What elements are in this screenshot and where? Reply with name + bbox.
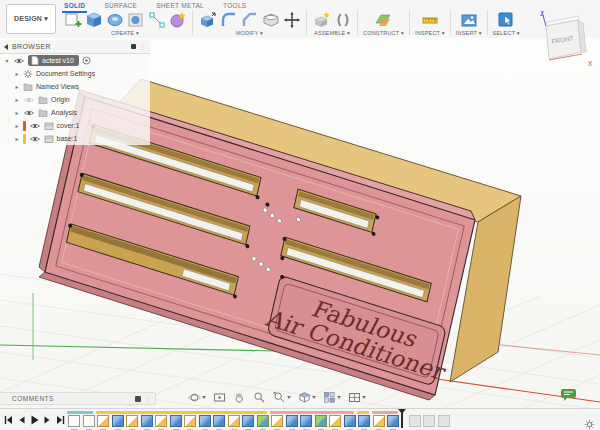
eye-icon[interactable] (23, 109, 35, 117)
create-group-label[interactable]: CREATE ▾ (111, 30, 139, 36)
press-pull-icon (199, 11, 217, 29)
form-button[interactable] (105, 10, 124, 29)
caret-right-icon[interactable]: ▸ (14, 70, 20, 77)
browser-row-named-views[interactable]: ▸ Named Views (0, 80, 150, 93)
chamfer-button[interactable] (240, 10, 259, 29)
press-pull-button[interactable] (198, 10, 217, 29)
timeline-feature-solid[interactable] (213, 415, 225, 427)
folder-icon (38, 108, 48, 118)
browser-row-cover[interactable]: ▸ cover:1 (0, 119, 150, 132)
timeline-feature-green[interactable] (315, 415, 327, 427)
move-button[interactable] (282, 10, 301, 29)
timeline-feature-sketch[interactable] (373, 415, 385, 427)
eye-icon[interactable] (29, 135, 41, 143)
caret-right-icon[interactable]: ▸ (14, 135, 20, 142)
sketch-dimension-button[interactable] (147, 10, 166, 29)
select-group-label[interactable]: SELECT ▾ (493, 30, 520, 36)
timeline-feature-component[interactable] (83, 415, 95, 427)
comments-display-icon[interactable] (135, 396, 141, 402)
new-component-button[interactable] (312, 10, 331, 29)
timeline-feature-solid[interactable] (141, 415, 153, 427)
timeline-settings-button[interactable] (584, 416, 595, 430)
timeline-feature-sketch[interactable] (184, 415, 196, 427)
timeline-feature-sketch[interactable] (228, 415, 240, 427)
timeline-feature-sketch[interactable] (155, 415, 167, 427)
group-construct: CONSTRUCT ▾ (358, 0, 409, 36)
browser-row-origin[interactable]: ▸ Origin (0, 93, 150, 106)
render-button[interactable] (126, 10, 145, 29)
eye-icon[interactable] (13, 57, 25, 65)
timeline-feature-suppressed[interactable] (438, 415, 450, 427)
orbit-button[interactable] (188, 391, 206, 404)
assemble-group-label[interactable]: ASSEMBLE ▾ (314, 30, 350, 36)
caret-down-icon (287, 396, 291, 399)
caret-right-icon[interactable]: ▸ (14, 122, 20, 129)
timeline-feature-sketch[interactable] (97, 415, 109, 427)
measure-button[interactable] (420, 10, 439, 29)
modify-group-label[interactable]: MODIFY ▾ (236, 30, 263, 36)
fit-button[interactable] (273, 391, 291, 404)
look-at-button[interactable] (213, 391, 226, 404)
browser-collapse-icon[interactable] (4, 44, 8, 50)
comments-grip-icon[interactable]: ⋮ (145, 395, 152, 403)
fillet-button[interactable] (219, 10, 238, 29)
component-icon (44, 134, 54, 144)
timeline-feature-suppressed[interactable] (423, 415, 435, 427)
construct-group-label[interactable]: CONSTRUCT ▾ (363, 30, 404, 36)
insert-image-icon (460, 11, 478, 29)
display-settings-button[interactable] (298, 391, 316, 404)
comments-bar[interactable]: COMMENTS ⋮ (0, 392, 156, 405)
browser-row-base[interactable]: ▸ base:1 (0, 132, 150, 145)
timeline-feature-solid[interactable] (170, 415, 182, 427)
caret-right-icon[interactable]: ▸ (14, 96, 20, 103)
browser-row-root[interactable]: ▾ actest v10 (0, 54, 150, 67)
joint-button[interactable] (333, 10, 352, 29)
eye-icon[interactable] (29, 122, 41, 130)
timeline-feature-solid[interactable] (387, 415, 399, 427)
extrude-button[interactable] (84, 10, 103, 29)
pattern-button[interactable] (168, 10, 187, 29)
browser-display-icon[interactable] (131, 44, 136, 49)
ground-toggle-icon[interactable] (82, 56, 91, 65)
timeline-feature-solid[interactable] (286, 415, 298, 427)
pan-button[interactable] (233, 391, 246, 404)
zoom-button[interactable] (253, 391, 266, 404)
grid-layout-button[interactable] (323, 391, 341, 404)
browser-menu-icon[interactable]: ⋮ (139, 43, 146, 51)
timeline-feature-solid[interactable] (300, 415, 312, 427)
create-sketch-button[interactable] (63, 10, 82, 29)
timeline-playhead[interactable] (401, 411, 403, 428)
timeline-feature-sketch[interactable] (329, 415, 341, 427)
timeline-feature-sketch[interactable] (271, 415, 283, 427)
insert-image-button[interactable] (459, 10, 478, 29)
timeline-feature-solid[interactable] (112, 415, 124, 427)
timeline-feature-sketch[interactable] (126, 415, 138, 427)
shell-button[interactable] (261, 10, 280, 29)
insert-group-label[interactable]: INSERT ▾ (456, 30, 482, 36)
timeline-items (0, 409, 600, 430)
timeline-feature-green[interactable] (257, 415, 269, 427)
timeline-feature-solid[interactable] (344, 415, 356, 427)
joint-icon (334, 11, 352, 29)
timeline-feature-solid[interactable] (199, 415, 211, 427)
timeline-color-chip (23, 121, 26, 131)
construction-plane-button[interactable] (374, 10, 393, 29)
caret-right-icon[interactable]: ▸ (14, 83, 20, 90)
select-button[interactable] (497, 10, 516, 29)
timeline-feature-component[interactable] (68, 415, 80, 427)
timeline-feature-solid[interactable] (242, 415, 254, 427)
browser-row-analysis[interactable]: ▸ Analysis (0, 106, 150, 119)
viewports-button[interactable] (348, 391, 366, 404)
browser-row-document-settings[interactable]: ▸ Document Settings (0, 67, 150, 80)
construction-plane-icon (374, 11, 392, 29)
comment-marker-icon[interactable] (560, 388, 578, 402)
view-cube[interactable]: FRONT Z X (536, 8, 598, 78)
timeline-feature-suppressed[interactable] (409, 415, 421, 427)
root-document-pill[interactable]: actest v10 (28, 55, 79, 67)
timeline-feature-solid[interactable] (358, 415, 370, 427)
caret-down-icon[interactable]: ▾ (4, 57, 10, 64)
eye-off-icon[interactable] (23, 96, 35, 104)
inspect-group-label[interactable]: INSPECT ▾ (415, 30, 445, 36)
design-workspace-button[interactable]: DESIGN ▾ (6, 4, 56, 34)
caret-right-icon[interactable]: ▸ (14, 109, 20, 116)
